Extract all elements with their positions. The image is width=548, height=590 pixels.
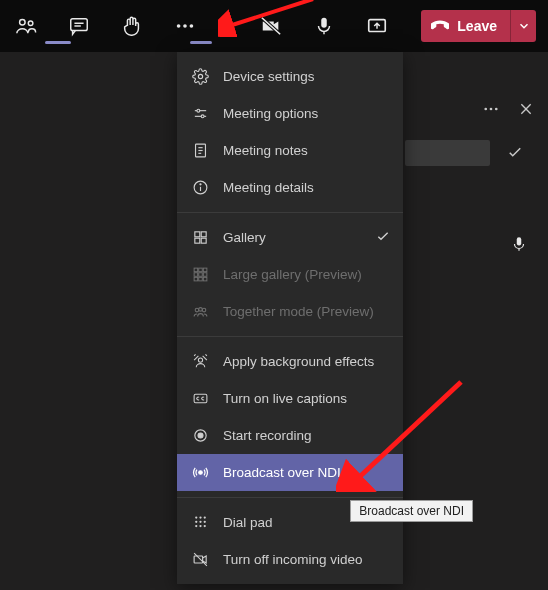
svg-point-7 xyxy=(190,24,194,28)
svg-rect-31 xyxy=(194,273,198,277)
menu-label: Meeting details xyxy=(223,180,314,195)
dialpad-icon xyxy=(191,514,209,532)
svg-point-48 xyxy=(198,471,202,475)
svg-rect-25 xyxy=(201,232,206,237)
info-icon xyxy=(191,179,209,197)
broadcast-icon xyxy=(191,464,209,482)
svg-point-38 xyxy=(202,308,206,312)
menu-label: Start recording xyxy=(223,428,312,443)
grid-icon xyxy=(191,229,209,247)
leave-chevron-button[interactable] xyxy=(510,10,536,42)
svg-point-23 xyxy=(199,184,200,185)
menu-label: Meeting options xyxy=(223,106,318,121)
svg-rect-65 xyxy=(517,237,522,245)
panel-more-button[interactable] xyxy=(482,100,500,122)
menu-label: Gallery xyxy=(223,230,266,245)
share-screen-button[interactable] xyxy=(363,12,391,40)
more-active-indicator xyxy=(190,41,212,44)
svg-rect-34 xyxy=(194,277,198,281)
video-off-icon xyxy=(191,551,209,569)
leave-group: Leave xyxy=(421,10,536,42)
menu-item-device-settings[interactable]: Device settings xyxy=(177,58,403,95)
participant-mic-icon[interactable] xyxy=(510,235,528,257)
svg-point-62 xyxy=(495,108,498,111)
participants-active-indicator xyxy=(45,41,71,44)
svg-point-14 xyxy=(196,109,199,112)
svg-point-1 xyxy=(28,21,33,26)
svg-point-47 xyxy=(198,433,203,438)
chat-button[interactable] xyxy=(65,12,93,40)
svg-point-5 xyxy=(177,24,181,28)
svg-point-49 xyxy=(195,516,197,518)
svg-point-56 xyxy=(199,525,201,527)
panel-header-actions xyxy=(482,100,534,122)
notes-icon xyxy=(191,142,209,160)
svg-rect-10 xyxy=(321,18,327,28)
menu-item-gallery[interactable]: Gallery xyxy=(177,219,403,256)
svg-rect-45 xyxy=(194,394,207,403)
menu-item-meeting-options[interactable]: Meeting options xyxy=(177,95,403,132)
svg-point-54 xyxy=(203,521,205,523)
svg-point-60 xyxy=(484,108,487,111)
background-icon xyxy=(191,353,209,371)
camera-toggle-button[interactable] xyxy=(257,12,285,40)
svg-point-50 xyxy=(199,516,201,518)
svg-point-16 xyxy=(201,115,204,118)
menu-item-meeting-notes[interactable]: Meeting notes xyxy=(177,132,403,169)
menu-label: Device settings xyxy=(223,69,315,84)
svg-rect-29 xyxy=(198,268,202,272)
toolbar-left xyxy=(12,12,391,40)
tooltip-broadcast-ndi: Broadcast over NDI xyxy=(350,500,473,522)
menu-label: Apply background effects xyxy=(223,354,374,369)
svg-point-57 xyxy=(203,525,205,527)
leave-button[interactable]: Leave xyxy=(421,10,510,42)
svg-point-52 xyxy=(195,521,197,523)
panel-input[interactable] xyxy=(405,140,490,166)
participants-button[interactable] xyxy=(12,12,40,40)
menu-item-large-gallery: Large gallery (Preview) xyxy=(177,256,403,293)
svg-point-53 xyxy=(199,521,201,523)
cc-icon xyxy=(191,390,209,408)
svg-point-6 xyxy=(183,24,187,28)
menu-label: Large gallery (Preview) xyxy=(223,267,362,282)
svg-rect-24 xyxy=(194,232,199,237)
together-icon xyxy=(191,303,209,321)
svg-rect-28 xyxy=(194,268,198,272)
more-actions-button[interactable] xyxy=(171,12,199,40)
check-icon xyxy=(375,228,391,247)
menu-label: Turn off incoming video xyxy=(223,552,363,567)
menu-item-live-captions[interactable]: Turn on live captions xyxy=(177,380,403,417)
menu-item-background-effects[interactable]: Apply background effects xyxy=(177,343,403,380)
panel-confirm-icon[interactable] xyxy=(506,143,524,165)
menu-label: Dial pad xyxy=(223,515,273,530)
svg-rect-2 xyxy=(71,19,88,31)
menu-item-turn-off-video[interactable]: Turn off incoming video xyxy=(177,541,403,578)
svg-point-40 xyxy=(198,358,202,362)
svg-rect-32 xyxy=(198,273,202,277)
menu-label: Broadcast over NDI xyxy=(223,465,341,480)
panel-close-button[interactable] xyxy=(518,101,534,121)
record-icon xyxy=(191,427,209,445)
meeting-toolbar: Leave xyxy=(0,0,548,52)
menu-item-start-recording[interactable]: Start recording xyxy=(177,417,403,454)
large-grid-icon xyxy=(191,266,209,284)
menu-label: Meeting notes xyxy=(223,143,308,158)
raise-hand-button[interactable] xyxy=(118,12,146,40)
menu-item-together-mode: Together mode (Preview) xyxy=(177,293,403,330)
svg-point-37 xyxy=(195,308,199,312)
mic-toggle-button[interactable] xyxy=(310,12,338,40)
svg-line-44 xyxy=(202,356,206,360)
svg-line-41 xyxy=(194,354,195,355)
svg-point-0 xyxy=(20,20,25,25)
gear-icon xyxy=(191,68,209,86)
svg-point-39 xyxy=(198,308,202,312)
menu-item-meeting-details[interactable]: Meeting details xyxy=(177,169,403,206)
svg-rect-35 xyxy=(198,277,202,281)
menu-item-broadcast-ndi[interactable]: Broadcast over NDI xyxy=(177,454,403,491)
tooltip-text: Broadcast over NDI xyxy=(359,504,464,518)
leave-label: Leave xyxy=(457,18,497,34)
svg-rect-36 xyxy=(203,277,207,281)
menu-label: Together mode (Preview) xyxy=(223,304,374,319)
svg-point-55 xyxy=(195,525,197,527)
svg-rect-30 xyxy=(203,268,207,272)
